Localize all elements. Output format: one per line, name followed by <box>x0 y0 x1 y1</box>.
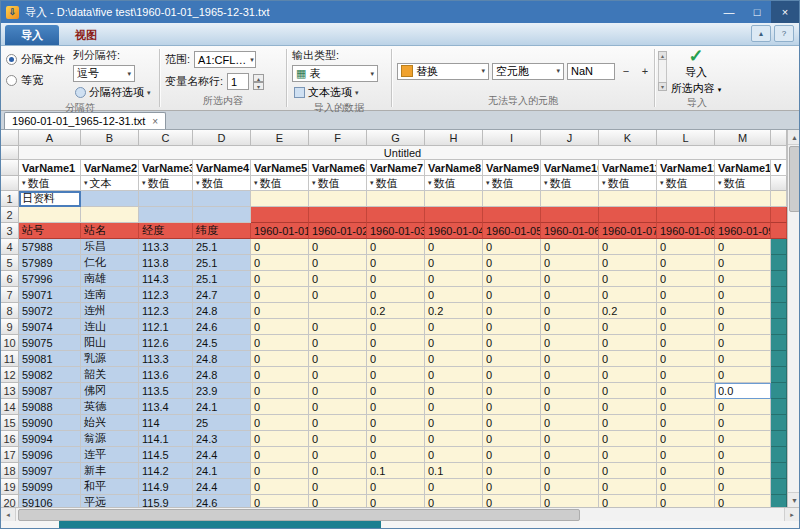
cell-partial-6[interactable] <box>771 271 787 287</box>
cell-C11[interactable]: 113.3 <box>139 351 193 367</box>
cell-M15[interactable]: 0 <box>715 415 771 431</box>
cell-J6[interactable]: 0 <box>541 271 599 287</box>
cell-H6[interactable]: 0 <box>425 271 483 287</box>
row-number-16[interactable]: 16 <box>1 431 19 447</box>
replace-rule-select[interactable]: 替换 ▾ <box>397 63 489 80</box>
cell-K19[interactable]: 0 <box>599 479 657 495</box>
cell-L4[interactable]: 0 <box>657 239 715 255</box>
cell-J14[interactable]: 0 <box>541 399 599 415</box>
cell-I1[interactable] <box>483 191 541 207</box>
cell-A10[interactable]: 59075 <box>19 335 81 351</box>
varname-4[interactable]: VarName4 <box>193 160 251 176</box>
cell-M18[interactable]: 0 <box>715 463 771 479</box>
varname-10[interactable]: VarName10 <box>541 160 599 176</box>
cell-C6[interactable]: 114.3 <box>139 271 193 287</box>
type-select-3[interactable]: ▾数值 <box>139 176 193 191</box>
cell-L17[interactable]: 0 <box>657 447 715 463</box>
cell-K20[interactable]: 0 <box>599 495 657 507</box>
cell-A14[interactable]: 59088 <box>19 399 81 415</box>
cell-B16[interactable]: 翁源 <box>81 431 139 447</box>
cell-J4[interactable]: 0 <box>541 239 599 255</box>
cell-C8[interactable]: 112.3 <box>139 303 193 319</box>
cell-G18[interactable]: 0.1 <box>367 463 425 479</box>
cell-D18[interactable]: 24.1 <box>193 463 251 479</box>
row-number-9[interactable]: 9 <box>1 319 19 335</box>
cell-J1[interactable] <box>541 191 599 207</box>
cell-E11[interactable]: 0 <box>251 351 309 367</box>
varname-9[interactable]: VarName9 <box>483 160 541 176</box>
cell-H13[interactable]: 0 <box>425 383 483 399</box>
cell-partial-8[interactable] <box>771 303 787 319</box>
cell-C18[interactable]: 114.2 <box>139 463 193 479</box>
col-letter-J[interactable]: J <box>541 130 599 146</box>
cell-partial-13[interactable] <box>771 383 787 399</box>
cell-A18[interactable]: 59097 <box>19 463 81 479</box>
cell-H3[interactable]: 1960-01-04 <box>425 223 483 239</box>
add-rule-button[interactable]: + <box>637 62 653 81</box>
cell-E19[interactable]: 0 <box>251 479 309 495</box>
cell-J13[interactable]: 0 <box>541 383 599 399</box>
cell-D4[interactable]: 25.1 <box>193 239 251 255</box>
cell-E7[interactable]: 0 <box>251 287 309 303</box>
cell-partial-10[interactable] <box>771 335 787 351</box>
cell-K9[interactable]: 0 <box>599 319 657 335</box>
row-number-6[interactable]: 6 <box>1 271 19 287</box>
cell-D20[interactable]: 24.6 <box>193 495 251 507</box>
tab-import[interactable]: 导入 <box>5 25 59 45</box>
tab-view[interactable]: 视图 <box>59 25 113 45</box>
minimize-button[interactable]: — <box>715 1 743 23</box>
cell-I8[interactable]: 0 <box>483 303 541 319</box>
cell-G1[interactable] <box>367 191 425 207</box>
cell-F8[interactable] <box>309 303 367 319</box>
cell-G7[interactable]: 0 <box>367 287 425 303</box>
cell-D12[interactable]: 24.8 <box>193 367 251 383</box>
cell-J9[interactable]: 0 <box>541 319 599 335</box>
type-select-10[interactable]: ▾数值 <box>541 176 599 191</box>
row-number-15[interactable]: 15 <box>1 415 19 431</box>
cell-E18[interactable]: 0 <box>251 463 309 479</box>
cell-G6[interactable]: 0 <box>367 271 425 287</box>
cell-E4[interactable]: 0 <box>251 239 309 255</box>
cell-H15[interactable]: 0 <box>425 415 483 431</box>
cell-E14[interactable]: 0 <box>251 399 309 415</box>
cell-M9[interactable]: 0 <box>715 319 771 335</box>
cell-B6[interactable]: 南雄 <box>81 271 139 287</box>
cell-C1[interactable] <box>139 191 193 207</box>
cell-D9[interactable]: 24.6 <box>193 319 251 335</box>
cell-H12[interactable]: 0 <box>425 367 483 383</box>
cell-H2[interactable] <box>425 207 483 223</box>
cell-L6[interactable]: 0 <box>657 271 715 287</box>
cell-F12[interactable]: 0 <box>309 367 367 383</box>
row-number-8[interactable]: 8 <box>1 303 19 319</box>
row-number-10[interactable]: 10 <box>1 335 19 351</box>
cell-C15[interactable]: 114 <box>139 415 193 431</box>
cell-M2[interactable] <box>715 207 771 223</box>
cell-B10[interactable]: 阳山 <box>81 335 139 351</box>
cell-D11[interactable]: 24.8 <box>193 351 251 367</box>
cell-K2[interactable] <box>599 207 657 223</box>
cell-J7[interactable]: 0 <box>541 287 599 303</box>
cell-K1[interactable] <box>599 191 657 207</box>
cell-D2[interactable] <box>193 207 251 223</box>
cell-B11[interactable]: 乳源 <box>81 351 139 367</box>
cell-J15[interactable]: 0 <box>541 415 599 431</box>
varname-11[interactable]: VarName11 <box>599 160 657 176</box>
cell-K15[interactable]: 0 <box>599 415 657 431</box>
type-select-8[interactable]: ▾数值 <box>425 176 483 191</box>
cell-C7[interactable]: 112.3 <box>139 287 193 303</box>
cell-H4[interactable]: 0 <box>425 239 483 255</box>
type-select-12[interactable]: ▾数值 <box>657 176 715 191</box>
cell-C19[interactable]: 114.9 <box>139 479 193 495</box>
cell-A9[interactable]: 59074 <box>19 319 81 335</box>
cell-I2[interactable] <box>483 207 541 223</box>
type-select-6[interactable]: ▾数值 <box>309 176 367 191</box>
varname-8[interactable]: VarName8 <box>425 160 483 176</box>
cell-L8[interactable]: 0 <box>657 303 715 319</box>
close-tab-icon[interactable]: × <box>152 116 158 127</box>
row-number-7[interactable]: 7 <box>1 287 19 303</box>
col-letter-partial[interactable] <box>771 130 787 146</box>
variable-names-row-stepper[interactable]: ▴▾ <box>253 74 264 90</box>
cell-J20[interactable]: 0 <box>541 495 599 507</box>
row-number-18[interactable]: 18 <box>1 463 19 479</box>
cell-D1[interactable] <box>193 191 251 207</box>
